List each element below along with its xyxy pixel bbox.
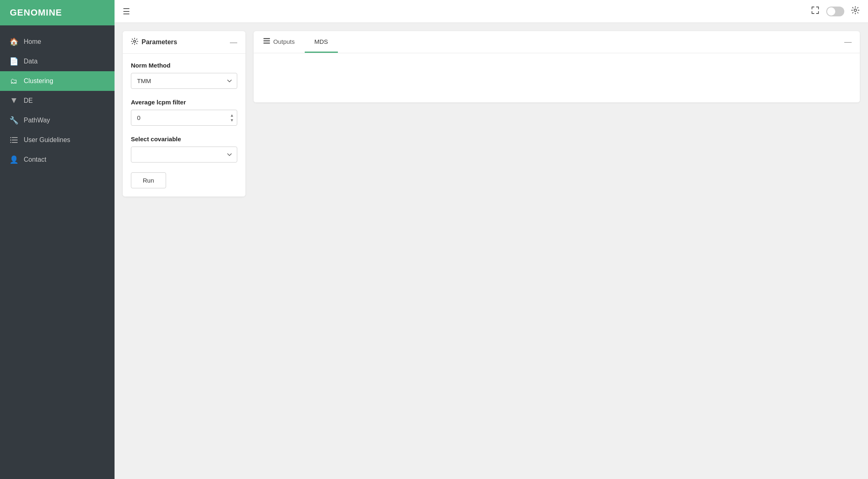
outputs-panel: Outputs MDS — bbox=[254, 31, 860, 102]
sidebar-item-home[interactable]: 🏠 Home bbox=[0, 32, 115, 52]
outputs-minimize-button[interactable]: — bbox=[836, 31, 860, 53]
tab-mds[interactable]: MDS bbox=[305, 31, 338, 53]
covariable-group: Select covariable bbox=[131, 136, 237, 163]
avg-lcpm-input-wrap: ▲ ▼ bbox=[131, 110, 237, 126]
sidebar-item-label-contact: Contact bbox=[24, 156, 46, 163]
file-icon: 📄 bbox=[10, 57, 18, 66]
parameters-title: Parameters bbox=[142, 38, 177, 46]
svg-point-7 bbox=[854, 9, 857, 11]
sidebar-item-de[interactable]: DE bbox=[0, 91, 115, 111]
covariable-select[interactable] bbox=[131, 147, 237, 163]
svg-rect-11 bbox=[263, 43, 270, 44]
sidebar-item-user-guidelines[interactable]: User Guidelines bbox=[0, 130, 115, 150]
sidebar-nav: 🏠 Home 📄 Data 🗂 Clustering DE 🔧 PathWay bbox=[0, 25, 115, 479]
sidebar: GENOMINE 🏠 Home 📄 Data 🗂 Clustering DE 🔧… bbox=[0, 0, 115, 479]
svg-rect-3 bbox=[12, 142, 18, 143]
list-icon bbox=[10, 136, 18, 144]
sidebar-item-label-data: Data bbox=[24, 58, 38, 65]
svg-marker-0 bbox=[11, 98, 16, 103]
settings-gear-icon[interactable] bbox=[851, 6, 860, 17]
sidebar-item-label-clustering: Clustering bbox=[24, 77, 53, 85]
content-area: Parameters — Norm Method TMM RLE upperqu… bbox=[115, 23, 868, 479]
sidebar-item-pathway[interactable]: 🔧 PathWay bbox=[0, 111, 115, 130]
main-area: ☰ bbox=[115, 0, 868, 479]
sidebar-item-label-de: DE bbox=[24, 97, 33, 104]
spinner-up[interactable]: ▲ bbox=[230, 113, 234, 117]
mds-tab-label: MDS bbox=[315, 38, 328, 45]
svg-point-4 bbox=[10, 137, 11, 138]
clustering-icon: 🗂 bbox=[10, 77, 18, 85]
parameters-gear-icon bbox=[131, 38, 138, 47]
outputs-list-icon bbox=[263, 38, 270, 45]
avg-lcpm-input[interactable] bbox=[131, 110, 237, 126]
topbar-left: ☰ bbox=[123, 7, 130, 16]
sidebar-item-contact[interactable]: 👤 Contact bbox=[0, 150, 115, 169]
norm-method-group: Norm Method TMM RLE upperquartile none bbox=[131, 62, 237, 89]
sidebar-item-label-guidelines: User Guidelines bbox=[24, 136, 70, 144]
parameters-panel-header: Parameters — bbox=[123, 31, 245, 54]
home-icon: 🏠 bbox=[10, 38, 18, 46]
hamburger-menu-icon[interactable]: ☰ bbox=[123, 7, 130, 16]
topbar-right bbox=[811, 6, 860, 17]
spinner-down[interactable]: ▼ bbox=[230, 118, 234, 122]
theme-toggle[interactable] bbox=[826, 7, 844, 16]
parameters-minimize-button[interactable]: — bbox=[230, 38, 237, 46]
outputs-tab-label: Outputs bbox=[273, 38, 295, 45]
parameters-panel: Parameters — Norm Method TMM RLE upperqu… bbox=[123, 31, 245, 197]
norm-method-label: Norm Method bbox=[131, 62, 237, 69]
sidebar-item-clustering[interactable]: 🗂 Clustering bbox=[0, 71, 115, 91]
sidebar-item-label-pathway: PathWay bbox=[24, 117, 50, 124]
svg-point-8 bbox=[134, 41, 136, 43]
de-icon bbox=[10, 97, 18, 105]
parameters-body: Norm Method TMM RLE upperquartile none A… bbox=[123, 54, 245, 197]
svg-rect-9 bbox=[263, 38, 270, 39]
sidebar-item-label-home: Home bbox=[24, 38, 41, 45]
svg-point-5 bbox=[10, 140, 11, 141]
outputs-body bbox=[254, 53, 860, 102]
svg-point-6 bbox=[10, 142, 11, 143]
run-button[interactable]: Run bbox=[131, 172, 166, 188]
avg-lcpm-label: Average lcpm filter bbox=[131, 99, 237, 106]
pathway-icon: 🔧 bbox=[10, 116, 18, 124]
svg-rect-10 bbox=[263, 40, 270, 41]
expand-icon[interactable] bbox=[811, 6, 820, 17]
sidebar-item-data[interactable]: 📄 Data bbox=[0, 52, 115, 71]
outputs-panel-header: Outputs MDS — bbox=[254, 31, 860, 53]
outputs-tabs: Outputs MDS bbox=[254, 31, 338, 53]
covariable-label: Select covariable bbox=[131, 136, 237, 142]
app-title: GENOMINE bbox=[0, 0, 115, 25]
norm-method-select[interactable]: TMM RLE upperquartile none bbox=[131, 73, 237, 89]
svg-rect-1 bbox=[12, 137, 18, 138]
parameters-title-group: Parameters bbox=[131, 38, 177, 47]
avg-lcpm-group: Average lcpm filter ▲ ▼ bbox=[131, 99, 237, 126]
svg-rect-2 bbox=[12, 140, 18, 140]
tab-outputs[interactable]: Outputs bbox=[254, 31, 305, 53]
topbar: ☰ bbox=[115, 0, 868, 23]
number-spinners: ▲ ▼ bbox=[230, 113, 234, 122]
contact-icon: 👤 bbox=[10, 156, 18, 164]
